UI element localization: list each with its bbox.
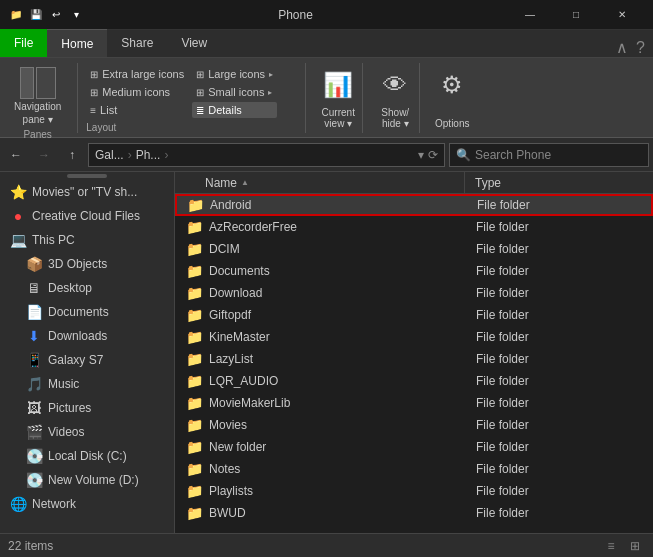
search-box[interactable]: 🔍 Search Phone — [449, 143, 649, 167]
table-row[interactable]: 📁 Notes File folder — [175, 458, 653, 480]
file-name-cell: 📁 Giftopdf — [176, 307, 466, 323]
tab-home[interactable]: Home — [47, 29, 107, 57]
table-row[interactable]: 📁 Playlists File folder — [175, 480, 653, 502]
table-row[interactable]: 📁 KineMaster File folder — [175, 326, 653, 348]
folder-icon: 📁 — [186, 351, 203, 367]
minimize-button[interactable]: — — [507, 0, 553, 30]
sidebar-item-documents[interactable]: 📄 Documents — [0, 300, 174, 324]
sidebar-item-new-volume-d[interactable]: 💽 New Volume (D:) — [0, 468, 174, 492]
table-row[interactable]: 📁 Documents File folder — [175, 260, 653, 282]
disk-c-icon: 💽 — [26, 448, 42, 464]
file-name-cell: 📁 Movies — [176, 417, 466, 433]
back-button[interactable]: ← — [4, 143, 28, 167]
address-bar: ← → ↑ Gal... › Ph... › ▾ ⟳ 🔍 Search Phon… — [0, 138, 653, 172]
downloads-icon: ⬇ — [26, 328, 42, 344]
forward-button[interactable]: → — [32, 143, 56, 167]
folder-icon: 📁 — [186, 285, 203, 301]
large-icons-button[interactable]: ⊞ Large icons ▸ — [192, 66, 277, 82]
tab-file[interactable]: File — [0, 29, 47, 57]
sidebar-item-movies[interactable]: ⭐ Movies" or "TV sh... — [0, 180, 174, 204]
window-title: Phone — [84, 8, 507, 22]
path-refresh-button[interactable]: ⟳ — [428, 148, 438, 162]
ribbon-collapse-button[interactable]: ∧ — [616, 38, 628, 57]
table-row[interactable]: 📁 New folder File folder — [175, 436, 653, 458]
details-button[interactable]: ≣ Details — [192, 102, 277, 118]
sidebar-item-local-disk-c[interactable]: 💽 Local Disk (C:) — [0, 444, 174, 468]
column-type[interactable]: Type — [465, 172, 641, 193]
file-name-cell: 📁 BWUD — [176, 505, 466, 521]
file-type-cell: File folder — [466, 264, 652, 278]
sidebar-item-music[interactable]: 🎵 Music — [0, 372, 174, 396]
table-row[interactable]: 📁 MovieMakerLib File folder — [175, 392, 653, 414]
sidebar-item-3d-objects[interactable]: 📦 3D Objects — [0, 252, 174, 276]
desktop-icon: 🖥 — [26, 280, 42, 296]
navigation-pane-button[interactable]: Navigation pane ▾ — [8, 63, 67, 129]
up-button[interactable]: ↑ — [60, 143, 84, 167]
table-row[interactable]: 📁 LazyList File folder — [175, 348, 653, 370]
sidebar-item-downloads[interactable]: ⬇ Downloads — [0, 324, 174, 348]
sidebar-item-videos[interactable]: 🎬 Videos — [0, 420, 174, 444]
current-view-button[interactable]: 📊 Currentview ▾ — [314, 63, 363, 133]
extra-large-icons-button[interactable]: ⊞ Extra large icons — [86, 66, 188, 82]
dropdown-icon[interactable]: ▾ — [68, 7, 84, 23]
path-part-2: Ph... — [136, 148, 161, 162]
help-button[interactable]: ? — [636, 39, 645, 57]
table-row[interactable]: 📁 AzRecorderFree File folder — [175, 216, 653, 238]
sidebar-item-label: Videos — [48, 425, 84, 439]
sidebar-item-label: Local Disk (C:) — [48, 449, 127, 463]
list-view-button[interactable]: ≡ — [601, 536, 621, 556]
table-row[interactable]: 📁 Movies File folder — [175, 414, 653, 436]
sidebar-item-creative-cloud[interactable]: ● Creative Cloud Files — [0, 204, 174, 228]
table-row[interactable]: 📁 LQR_AUDIO File folder — [175, 370, 653, 392]
sidebar-item-desktop[interactable]: 🖥 Desktop — [0, 276, 174, 300]
options-button[interactable]: ⚙ Options — [428, 63, 476, 133]
medium-icons-button[interactable]: ⊞ Medium icons — [86, 84, 188, 100]
folder-icon: 📁 — [186, 505, 203, 521]
tab-share[interactable]: Share — [107, 29, 167, 57]
search-icon: 🔍 — [456, 148, 471, 162]
folder-icon: 📁 — [186, 307, 203, 323]
folder-icon: 📁 — [186, 483, 203, 499]
file-name-cell: 📁 Notes — [176, 461, 466, 477]
sidebar-item-label: Network — [32, 497, 76, 511]
file-name-cell: 📁 LQR_AUDIO — [176, 373, 466, 389]
this-pc-icon: 💻 — [10, 232, 26, 248]
small-icons-button[interactable]: ⊞ Small icons ▸ — [192, 84, 277, 100]
sidebar: ⭐ Movies" or "TV sh... ● Creative Cloud … — [0, 172, 175, 533]
pictures-icon: 🖼 — [26, 400, 42, 416]
table-row[interactable]: 📁 Download File folder — [175, 282, 653, 304]
grid-view-button[interactable]: ⊞ — [625, 536, 645, 556]
star-icon: ⭐ — [10, 184, 26, 200]
sidebar-item-label: Pictures — [48, 401, 91, 415]
show-hide-button[interactable]: 👁 Show/hide ▾ — [371, 63, 420, 133]
ribbon-tabs: File Home Share View ∧ ? — [0, 30, 653, 58]
column-name[interactable]: Name ▲ — [175, 172, 465, 193]
ribbon: Navigation pane ▾ Panes ⊞ Extra large ic… — [0, 58, 653, 138]
network-icon: 🌐 — [10, 496, 26, 512]
tab-view[interactable]: View — [167, 29, 221, 57]
maximize-button[interactable]: □ — [553, 0, 599, 30]
file-type-cell: File folder — [466, 220, 652, 234]
table-row[interactable]: 📁 Giftopdf File folder — [175, 304, 653, 326]
sidebar-item-this-pc[interactable]: 💻 This PC — [0, 228, 174, 252]
list-button[interactable]: ≡ List — [86, 102, 188, 118]
file-type-cell: File folder — [466, 462, 652, 476]
sidebar-item-label: Music — [48, 377, 79, 391]
sidebar-item-galaxy-s7[interactable]: 📱 Galaxy S7 — [0, 348, 174, 372]
close-button[interactable]: ✕ — [599, 0, 645, 30]
folder-icon: 📁 — [186, 461, 203, 477]
search-placeholder: Search Phone — [475, 148, 551, 162]
3d-objects-icon: 📦 — [26, 256, 42, 272]
folder-icon: 📁 — [186, 263, 203, 279]
disk-d-icon: 💽 — [26, 472, 42, 488]
path-dropdown-button[interactable]: ▾ — [418, 148, 424, 162]
address-path[interactable]: Gal... › Ph... › ▾ ⟳ — [88, 143, 445, 167]
file-list-header: Name ▲ Type — [175, 172, 653, 194]
sidebar-item-network[interactable]: 🌐 Network — [0, 492, 174, 516]
file-type-cell: File folder — [466, 440, 652, 454]
table-row[interactable]: 📁 DCIM File folder — [175, 238, 653, 260]
sidebar-item-pictures[interactable]: 🖼 Pictures — [0, 396, 174, 420]
title-bar-icons: 📁 💾 ↩ ▾ — [8, 7, 84, 23]
table-row[interactable]: 📁 BWUD File folder — [175, 502, 653, 524]
table-row[interactable]: 📁 Android File folder — [175, 194, 653, 216]
